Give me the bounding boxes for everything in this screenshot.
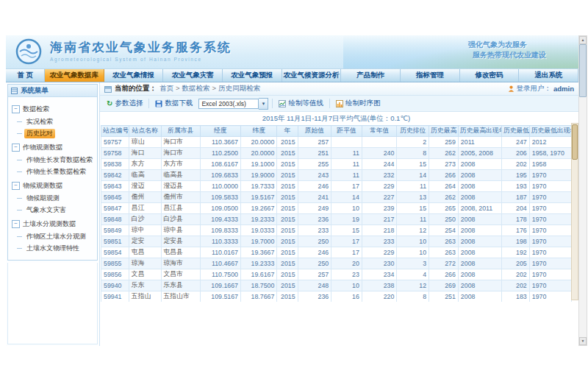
table-cell: 2015	[277, 203, 298, 214]
scroll-down-icon[interactable]: ▼	[579, 337, 587, 345]
table-cell: 59847	[101, 203, 129, 214]
column-header[interactable]: 站点编号	[101, 126, 129, 137]
toolbar-separator	[329, 99, 330, 108]
table-scrollbar[interactable]	[571, 123, 578, 300]
nav-tab-10[interactable]: 退出系统	[519, 69, 578, 82]
tree-item-label: 气象水文灾害	[24, 205, 68, 215]
column-header[interactable]: 年	[277, 126, 298, 137]
table-cell: 乐东	[129, 280, 161, 291]
column-header[interactable]: 距平值	[331, 126, 362, 137]
table-cell: 198	[501, 236, 529, 247]
table-row[interactable]: 59842临高临高县109.683319.9000201524311232142…	[101, 170, 572, 181]
tree-item[interactable]: 物候期观测	[17, 192, 95, 204]
table-row[interactable]: 59843澄迈澄迈县110.000019.7333201524617229112…	[101, 181, 572, 192]
column-header[interactable]: 原始值	[298, 126, 331, 137]
tree-item[interactable]: 历史比对	[17, 127, 95, 139]
collapse-icon[interactable]: −	[12, 220, 20, 228]
table-cell: 59757	[101, 137, 129, 148]
column-header[interactable]: 历史排位	[397, 126, 429, 137]
table-row[interactable]: 59838东方东方市108.616719.1000201525511244152…	[101, 159, 572, 170]
tree-item[interactable]: 作物生长发育数据检索	[17, 154, 95, 166]
nav-tab-3[interactable]: 农业气象情报	[104, 69, 164, 82]
column-header[interactable]: 所属市县	[161, 126, 200, 137]
column-header[interactable]: 历史最高	[429, 126, 459, 137]
table-cell: 59845	[101, 192, 129, 203]
table-row[interactable]: 59847昌江昌江县109.050019.2667201524910239152…	[101, 203, 572, 214]
table-cell: 儋州市	[161, 192, 200, 203]
nav-tab-4[interactable]: 农业气象灾害	[163, 69, 223, 82]
nav-tab-6[interactable]: 农业气候资源分析	[282, 69, 342, 82]
table-cell: 110.7500	[200, 269, 240, 280]
table-row[interactable]: 59848白沙白沙县109.433319.2333201523619217112…	[101, 214, 572, 225]
table-row[interactable]: 59851定安定安县110.333319.7000201525017233102…	[101, 236, 572, 247]
nav-tab-7[interactable]: 产品制作	[341, 69, 401, 82]
table-row[interactable]: 59941五指山五指山市109.516718.76672015236162208…	[101, 291, 572, 302]
download-button[interactable]: 数据下载	[153, 98, 195, 109]
chevron-down-icon[interactable]: ▼	[259, 98, 268, 110]
param-select-button[interactable]: ↻ 参数选择	[104, 98, 145, 109]
nav-tab-9[interactable]: 修改密码	[460, 69, 520, 82]
table-cell: 2015	[277, 247, 298, 258]
table-cell: 昌江县	[161, 203, 200, 214]
table-cell: 59843	[101, 181, 129, 192]
collapse-icon[interactable]: −	[12, 182, 20, 190]
header-banner: 海南省农业气象业务服务系统 Agrometeorological System …	[6, 35, 578, 69]
table-cell: 昌江	[129, 203, 161, 214]
tree-group[interactable]: −土壤水分观测数据	[12, 219, 95, 229]
tree-group[interactable]: −作物观测数据	[12, 143, 95, 152]
table-row[interactable]: 59757琼山海口市110.366720.0000201525722592011…	[101, 137, 572, 148]
nav-tab-2[interactable]: 农业气象数据库	[45, 69, 104, 82]
table-cell: 19.1000	[240, 159, 276, 170]
page-scrollbar[interactable]: ▲ ▼	[578, 35, 587, 346]
table-cell: 202	[501, 280, 529, 291]
tree-item[interactable]: 土壤水文物理特性	[17, 242, 95, 254]
column-header[interactable]: 站点名称	[129, 126, 161, 137]
table-cell: 273	[429, 159, 459, 170]
timeseries-button[interactable]: 绘制时序图	[334, 98, 383, 109]
tree-item[interactable]: 作物区土壤水分观测	[17, 230, 95, 242]
table-cell: 1970	[529, 258, 571, 269]
table-cell: 233	[362, 236, 397, 247]
breadcrumb-item[interactable]: 历史同期检索	[218, 84, 260, 92]
page-scrollbar-thumb[interactable]	[579, 44, 587, 97]
table-row[interactable]: 59856文昌文昌市110.750019.6167201525723234426…	[101, 269, 572, 280]
table-scrollbar-thumb[interactable]	[572, 124, 578, 160]
table-cell: 2	[397, 137, 429, 148]
table-row[interactable]: 59855琼海琼海市110.466719.2333201525020230327…	[101, 258, 572, 269]
table-row[interactable]: 59758海口海口市110.250020.0000201525111240826…	[101, 148, 572, 159]
table-cell: 1970	[529, 247, 571, 258]
nav-tab-5[interactable]: 农业气象预报	[223, 69, 282, 82]
column-header[interactable]: 历史最高出现年份	[458, 126, 501, 137]
nav-tab-8[interactable]: 指标管理	[401, 69, 460, 82]
table-cell: 251	[429, 291, 459, 302]
table-row[interactable]: 59849琼中琼中县109.833319.0333201523315218122…	[101, 225, 572, 236]
table-cell: 临高县	[161, 170, 200, 181]
column-header[interactable]: 纬度	[240, 126, 276, 137]
contour-button[interactable]: 绘制等值线	[276, 98, 326, 109]
column-header[interactable]: 经度	[200, 126, 240, 137]
tree-item[interactable]: 气象水文灾害	[17, 204, 95, 216]
tree-group[interactable]: −数据检索	[12, 105, 95, 114]
breadcrumb-item[interactable]: 首页	[159, 84, 173, 92]
table-cell: 59758	[101, 148, 129, 159]
tree-item[interactable]: 作物生长量数据检索	[17, 166, 95, 177]
nav-tab-1[interactable]: 首 页	[6, 69, 45, 82]
table-cell: 2008	[458, 247, 501, 258]
scroll-up-icon[interactable]: ▲	[579, 36, 587, 44]
tree-item[interactable]: 实况检索	[17, 116, 95, 127]
table-row[interactable]: 59845儋州儋州市109.583319.5167201524114227132…	[101, 192, 572, 203]
tree-branch	[17, 210, 22, 210]
breadcrumb-item[interactable]: 数据检索	[182, 84, 210, 92]
column-header[interactable]: 历史最低出现年份	[529, 126, 571, 137]
table-cell: 109.4333	[200, 214, 240, 225]
table-cell: 241	[298, 192, 331, 203]
table-row[interactable]: 59854屯昌屯昌县110.016719.3667201524617229102…	[101, 247, 572, 258]
collapse-icon[interactable]: −	[12, 105, 20, 113]
column-header[interactable]: 常年值	[362, 126, 397, 137]
collapse-icon[interactable]: −	[12, 144, 20, 152]
app-subtitle: Agrometeorological System of Hainan Prov…	[50, 57, 232, 62]
format-select[interactable]: Excel 2003(.xls) ▼	[198, 99, 268, 109]
table-row[interactable]: 59940乐东乐东县109.166718.7500201524810238122…	[101, 280, 572, 291]
tree-group[interactable]: −物候观测数据	[12, 181, 95, 191]
column-header[interactable]: 历史最低	[501, 126, 529, 137]
